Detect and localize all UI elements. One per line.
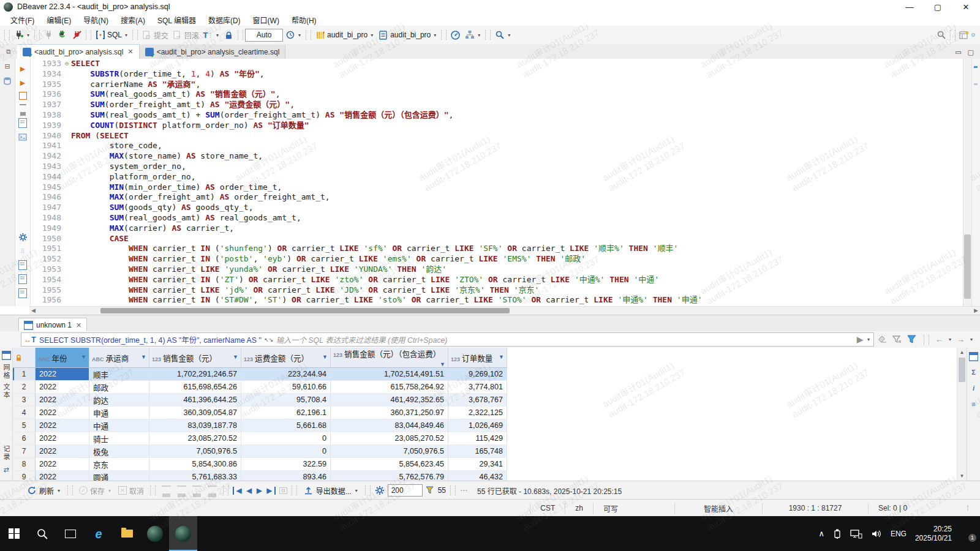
table-cell[interactable]: 7,050,976.5: [331, 445, 448, 458]
delete-row-button[interactable]: [206, 487, 219, 495]
duplicate-row-button[interactable]: [190, 487, 203, 495]
grid-vertical-scrollbar[interactable]: ▲ ▼: [957, 348, 967, 481]
edit-cell-button[interactable]: [160, 487, 173, 495]
table-row[interactable]: 52022中通83,039,187.785,661.6883,044,849.4…: [13, 419, 507, 432]
user-profile-button[interactable]: [971, 33, 975, 37]
history-button[interactable]: ▾: [283, 29, 304, 42]
record-mode-icon[interactable]: ⇄: [1, 465, 11, 474]
table-cell[interactable]: 83,039,187.78: [149, 419, 241, 432]
table-cell[interactable]: 83,044,849.46: [331, 419, 448, 432]
column-filter-icon[interactable]: ▼: [233, 354, 238, 360]
table-cell[interactable]: 360,371,250.97: [331, 407, 448, 419]
execute-statement-icon[interactable]: ▶: [18, 64, 28, 73]
column-header[interactable]: 123销售金额（元）▼: [149, 348, 241, 368]
code-line[interactable]: 1943 system_order_no,: [31, 162, 963, 172]
menu-window[interactable]: 窗口(W): [247, 13, 285, 26]
save-button[interactable]: ✓ 保存 ▾: [77, 484, 114, 497]
last-row-icon[interactable]: ▶: [264, 487, 275, 495]
row-number[interactable]: 9: [13, 471, 36, 481]
code-line[interactable]: 1936 SUM(real_goods_amt_t) AS "销售金额（元）",: [31, 89, 963, 100]
table-cell[interactable]: 322.59: [241, 458, 331, 471]
next-row-icon[interactable]: ▶: [254, 487, 264, 495]
row-number[interactable]: 6: [13, 432, 36, 445]
table-cell[interactable]: 2022: [36, 432, 89, 445]
row-number[interactable]: 1: [13, 368, 36, 381]
code-line[interactable]: 1949 MAX(carrier) AS carrier_t,: [31, 223, 963, 234]
tab-analysis-sql[interactable]: <audit_bi_pro> analysis.sql ✕: [17, 44, 140, 59]
table-row[interactable]: 42022申通360,309,054.8762,196.1360,371,250…: [13, 407, 507, 419]
table-cell[interactable]: 29,341: [448, 458, 507, 471]
table-cell[interactable]: 115,429: [448, 432, 507, 445]
table-cell[interactable]: 2022: [36, 368, 89, 381]
disconnect-button[interactable]: [70, 29, 84, 42]
editor-vertical-scrollbar[interactable]: [963, 59, 971, 306]
file-info-icon[interactable]: [18, 288, 28, 298]
reconnect-button[interactable]: [56, 29, 70, 42]
table-row[interactable]: 22022邮政615,698,654.2659,610.66615,758,26…: [13, 381, 507, 394]
code-line[interactable]: 1948 SUM(real_goods_amt) AS real_goods_a…: [31, 213, 963, 223]
search-button[interactable]: ▾: [492, 29, 513, 42]
table-cell[interactable]: 极兔: [89, 445, 149, 458]
chevron-down-icon[interactable]: ▾: [948, 337, 952, 342]
grid-settings-gear-icon[interactable]: [375, 485, 385, 496]
new-file-icon[interactable]: [18, 274, 28, 284]
close-icon[interactable]: ✕: [76, 321, 81, 329]
table-row[interactable]: 72022极兔7,050,976.507,050,976.5165,748: [13, 445, 507, 458]
table-cell[interactable]: 1,026,469: [448, 419, 507, 432]
select-all-corner[interactable]: [13, 348, 36, 368]
code-line[interactable]: 1941 store_code,: [31, 141, 963, 151]
table-cell[interactable]: 9,269,102: [448, 368, 507, 381]
back-icon[interactable]: ←: [935, 335, 943, 344]
table-cell[interactable]: 2022: [36, 407, 89, 419]
notification-center-icon[interactable]: 1: [960, 528, 974, 539]
more-icon[interactable]: ⋯: [460, 486, 469, 495]
close-button[interactable]: ✕: [952, 0, 980, 13]
remove-filter-icon[interactable]: [892, 334, 903, 345]
scroll-right-icon[interactable]: ▶: [974, 307, 978, 313]
record-mode-label[interactable]: 记录: [1, 445, 11, 461]
pinned-app-icon[interactable]: [141, 516, 169, 551]
quick-search-button[interactable]: [934, 29, 948, 42]
maximize-button[interactable]: ▢: [924, 0, 952, 13]
menu-file[interactable]: 文件(F): [5, 13, 40, 26]
restore-panel-icon[interactable]: ⧉: [4, 47, 13, 56]
chevron-down-icon[interactable]: ▾: [507, 32, 511, 38]
table-cell[interactable]: 165,748: [448, 445, 507, 458]
table-row[interactable]: 62022骑士23,085,270.52023,085,270.52115,42…: [13, 432, 507, 445]
table-cell[interactable]: 2022: [36, 394, 89, 407]
row-number[interactable]: 2: [13, 381, 36, 394]
query-log-icon[interactable]: [18, 118, 28, 128]
table-cell[interactable]: 7,050,976.5: [149, 445, 241, 458]
connect-button[interactable]: [42, 29, 56, 42]
execution-plan-button[interactable]: ▾: [462, 29, 483, 42]
dashboard-button[interactable]: [448, 29, 462, 42]
database-navigator-icon[interactable]: [2, 76, 12, 86]
fetch-size-input[interactable]: 200: [388, 484, 423, 497]
code-line[interactable]: 1950 CASE: [31, 234, 963, 244]
table-cell[interactable]: 360,309,054.87: [149, 407, 241, 419]
column-header[interactable]: 123运费金额（元）▼: [241, 348, 331, 368]
table-cell[interactable]: 5,854,300.86: [149, 458, 241, 471]
scrollbar-thumb[interactable]: [959, 358, 965, 382]
chevron-down-icon[interactable]: ▾: [354, 488, 359, 493]
add-row-button[interactable]: [175, 487, 188, 495]
code-line[interactable]: 1934 SUBSTR(order_time_t, 1, 4) AS "年份",: [31, 69, 963, 80]
menu-database[interactable]: 数据库(D): [203, 13, 246, 26]
menu-edit[interactable]: 编辑(E): [41, 13, 77, 26]
table-cell[interactable]: 5,661.68: [241, 419, 331, 432]
sql-editor-button[interactable]: SQL ▾: [93, 29, 130, 42]
open-perspective-button[interactable]: [957, 29, 971, 42]
table-cell[interactable]: 95,708.4: [241, 394, 331, 407]
table-cell[interactable]: 1,702,291,246.57: [149, 368, 241, 381]
output-console-icon[interactable]: [18, 132, 28, 142]
grid-view-label[interactable]: 网格: [1, 364, 11, 380]
taskbar-search-icon[interactable]: [28, 516, 56, 551]
usb-tray-icon[interactable]: [833, 528, 842, 539]
table-row[interactable]: 32022韵达461,396,644.2595,708.4461,492,352…: [13, 394, 507, 407]
refresh-button[interactable]: 刷新 ▾: [24, 484, 63, 497]
code-line[interactable]: 1947 SUM(goods_qty) AS goods_qty_t,: [31, 203, 963, 213]
close-icon[interactable]: ✕: [127, 48, 133, 56]
table-cell[interactable]: 圆通: [89, 471, 149, 481]
status-caret-position[interactable]: 1930 : 1 : 81727: [762, 503, 868, 514]
table-cell[interactable]: 893.46: [241, 471, 331, 481]
